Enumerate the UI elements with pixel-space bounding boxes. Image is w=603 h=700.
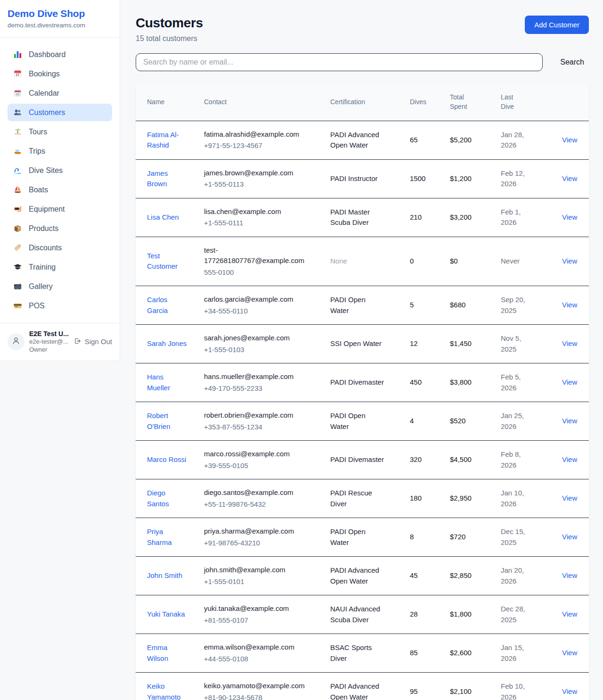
sidebar-item-gallery[interactable]: Gallery [8, 278, 112, 295]
add-customer-button[interactable]: Add Customer [525, 16, 589, 34]
customer-contact: keiko.yamamoto@example.com+81-90-1234-56… [204, 673, 330, 700]
view-customer-link[interactable]: View [562, 301, 577, 309]
sidebar-item-products[interactable]: Products [8, 220, 112, 237]
column-header-contact: Contact [204, 83, 330, 121]
customer-name-link[interactable]: Lisa Chen [147, 213, 179, 221]
user-info: E2E Test U... e2e-tester@... Owner [29, 329, 69, 354]
customer-dives: 8 [410, 518, 450, 557]
sidebar-item-trips[interactable]: Trips [8, 142, 112, 160]
customer-total-spent: $3,800 [450, 363, 501, 402]
view-customer-link[interactable]: View [562, 571, 577, 579]
sidebar-item-label: Boats [29, 186, 48, 194]
view-customer-link[interactable]: View [562, 533, 577, 541]
sidebar-item-customers[interactable]: Customers [8, 104, 112, 121]
customer-contact: yuki.tanaka@example.com+81-555-0107 [204, 595, 330, 634]
customer-total-spent: $2,850 [450, 557, 501, 595]
sidebar-item-label: Tours [29, 128, 47, 136]
customer-name-link[interactable]: Fatima Al-Rashid [147, 131, 179, 149]
customer-total-spent: $2,950 [450, 479, 501, 518]
customer-name-link[interactable]: Diego Santos [147, 489, 169, 508]
view-customer-link[interactable]: View [562, 610, 577, 618]
user-name: E2E Test U... [29, 329, 69, 338]
customer-contact: sarah.jones@example.com+1-555-0103 [204, 325, 330, 363]
sidebar-item-bookings[interactable]: 17Bookings [8, 65, 112, 82]
customer-email: marco.rossi@example.com [204, 449, 307, 460]
view-customer-link[interactable]: View [562, 174, 577, 182]
search-button[interactable]: Search [555, 55, 589, 69]
sidebar-item-tours[interactable]: Tours [8, 123, 112, 140]
main-content: Customers 15 total customers Add Custome… [120, 0, 603, 700]
customer-phone: 555-0100 [204, 267, 307, 278]
sidebar-item-boats[interactable]: Boats [8, 181, 112, 198]
sidebar-item-dive-sites[interactable]: Dive Sites [8, 162, 112, 179]
graduation-cap-icon [13, 263, 22, 272]
customer-phone: +81-555-0107 [204, 615, 307, 626]
customer-name-link[interactable]: Marco Rossi [147, 455, 186, 463]
customer-total-spent: $1,200 [450, 159, 501, 198]
customer-total-spent: $520 [450, 402, 501, 441]
customer-name-link[interactable]: Yuki Tanaka [147, 610, 185, 618]
customer-email: fatima.alrashid@example.com [204, 129, 307, 140]
customer-name-link[interactable]: Emma Wilson [147, 643, 168, 662]
sidebar-nav: Dashboard17BookingsCalendarCustomersTour… [0, 37, 120, 323]
customer-last-dive: Feb 8, 2026 [501, 441, 550, 479]
customer-email: james.brown@example.com [204, 168, 307, 179]
view-customer-link[interactable]: View [562, 213, 577, 221]
view-customer-link[interactable]: View [562, 687, 577, 695]
column-header-dives: Dives [410, 83, 450, 121]
customer-total-spent: $1,800 [450, 595, 501, 634]
customer-total-spent: $5,200 [450, 121, 501, 159]
view-customer-link[interactable]: View [562, 257, 577, 265]
customer-name-link[interactable]: Sarah Jones [147, 339, 187, 347]
customer-contact: diego.santos@example.com+55-11-99876-543… [204, 479, 330, 518]
camera-icon [13, 282, 22, 291]
customer-certification: PADI Instructor [330, 159, 410, 198]
sign-out-button[interactable]: Sign Out [73, 337, 112, 346]
customer-dives: 4 [410, 402, 450, 441]
view-customer-link[interactable]: View [562, 417, 577, 425]
wave-icon [13, 166, 22, 175]
customer-name-link[interactable]: John Smith [147, 571, 182, 579]
sidebar-item-discounts[interactable]: Discounts [8, 239, 112, 256]
customer-contact: james.brown@example.com+1-555-0113 [204, 159, 330, 198]
customer-name-link[interactable]: Keiko Yamamoto [147, 682, 180, 700]
customer-total-spent: $1,450 [450, 325, 501, 363]
customer-name-link[interactable]: Carlos Garcia [147, 296, 168, 314]
customer-name-link[interactable]: Hans Mueller [147, 373, 170, 392]
search-input[interactable] [136, 53, 543, 71]
customer-certification: PADI Divemaster [330, 363, 410, 402]
customer-last-dive: Jan 28, 2026 [501, 121, 550, 159]
customer-contact: test-1772681807767@example.com555-0100 [204, 237, 330, 286]
sidebar-item-label: Trips [29, 147, 45, 156]
column-header-total-spent: Total Spent [450, 83, 501, 121]
customers-table: Name Contact Certification Dives Total S… [136, 83, 589, 700]
sidebar-item-dashboard[interactable]: Dashboard [8, 46, 112, 63]
brand: Demo Dive Shop demo.test.divestreams.com [0, 0, 120, 37]
view-customer-link[interactable]: View [562, 378, 577, 386]
customer-name-link[interactable]: Priya Sharma [147, 527, 172, 546]
sidebar-item-training[interactable]: Training [8, 258, 112, 276]
sailboat-icon [13, 185, 22, 194]
customer-certification: PADI Divemaster [330, 441, 410, 479]
view-customer-link[interactable]: View [562, 136, 577, 144]
customer-email: carlos.garcia@example.com [204, 294, 307, 305]
view-customer-link[interactable]: View [562, 649, 577, 657]
sidebar-item-equipment[interactable]: Equipment [8, 200, 112, 218]
customer-phone: +55-11-99876-5432 [204, 499, 307, 510]
table-row: James Brownjames.brown@example.com+1-555… [136, 159, 589, 198]
customer-dives: 5 [410, 286, 450, 325]
table-row: Carlos Garciacarlos.garcia@example.com+3… [136, 286, 589, 325]
sidebar-item-label: Bookings [29, 70, 60, 78]
customer-name-link[interactable]: Robert O'Brien [147, 412, 171, 430]
view-customer-link[interactable]: View [562, 455, 577, 463]
column-header-actions [550, 83, 589, 121]
view-customer-link[interactable]: View [562, 494, 577, 502]
sidebar-item-pos[interactable]: POS [8, 297, 112, 314]
customer-name-link[interactable]: Test Customer [147, 252, 178, 271]
customer-dives: 45 [410, 557, 450, 595]
search-bar: Search [136, 53, 589, 71]
customer-name-link[interactable]: James Brown [147, 169, 168, 188]
sidebar-item-calendar[interactable]: Calendar [8, 84, 112, 102]
table-row: Sarah Jonessarah.jones@example.com+1-555… [136, 325, 589, 363]
view-customer-link[interactable]: View [562, 339, 577, 347]
